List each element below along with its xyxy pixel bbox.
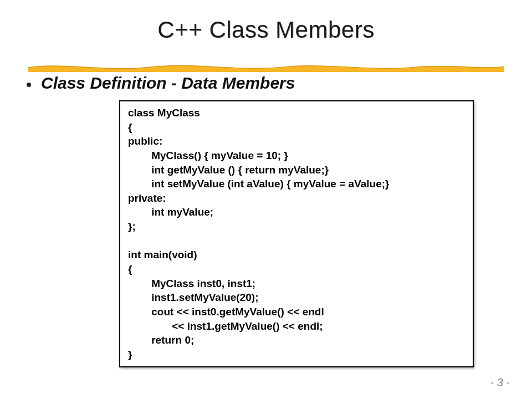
code-content: class MyClass { public: MyClass() { myVa… (128, 106, 465, 362)
code-box: class MyClass { public: MyClass() { myVa… (119, 100, 474, 367)
bullet-row: Class Definition - Data Members (27, 74, 532, 93)
title-wrap: C++ Class Members (0, 17, 532, 43)
page-number: - 3 - (490, 376, 510, 389)
title-underline-decoration (28, 62, 504, 72)
bullet-icon (27, 83, 31, 87)
slide: C++ Class Members Class Definition - Dat… (0, 0, 532, 399)
bullet-text: Class Definition - Data Members (41, 74, 295, 93)
slide-title: C++ Class Members (157, 17, 374, 43)
